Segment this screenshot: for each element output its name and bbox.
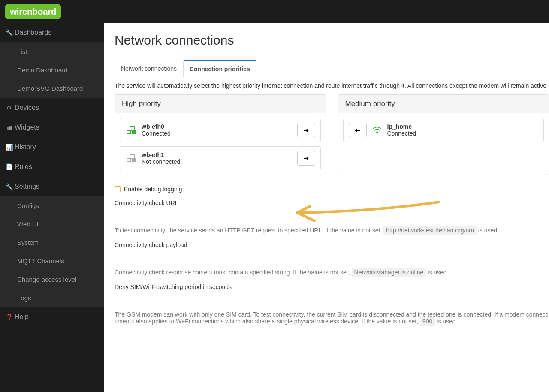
sidebar-label: Widgets bbox=[15, 124, 39, 131]
connection-card: wb-eth1 Not connected ➔ bbox=[120, 146, 321, 170]
sidebar-label: Help bbox=[15, 313, 29, 321]
topbar: wirenboard bbox=[0, 0, 549, 23]
connection-status: Connected bbox=[387, 130, 539, 137]
connection-status: Connected bbox=[142, 130, 295, 137]
arrow-right-icon: ➔ bbox=[303, 154, 309, 163]
wrench-icon: 🔧 bbox=[5, 29, 13, 36]
sidebar: 🔧 Dashboards List Demo Dashboard Demo SV… bbox=[0, 23, 104, 392]
page-title: Network connections bbox=[115, 33, 549, 48]
sidebar-item-access[interactable]: Change access level bbox=[0, 270, 104, 289]
priority-high-title: High priority bbox=[115, 95, 326, 113]
payload-input[interactable] bbox=[115, 251, 549, 266]
connection-card: wb-eth0 Connected ➔ bbox=[120, 118, 321, 142]
code-chip: http://network-test.debian.org/nm bbox=[383, 226, 477, 235]
sidebar-widgets[interactable]: ▦ Widgets bbox=[0, 118, 104, 137]
sidebar-label: History bbox=[15, 143, 36, 151]
payload-help: Connectivity check response content must… bbox=[115, 269, 549, 276]
sidebar-item-demo-dashboard[interactable]: Demo Dashboard bbox=[0, 61, 104, 79]
arrow-right-icon: ➔ bbox=[303, 126, 309, 134]
move-right-button[interactable]: ➔ bbox=[297, 151, 315, 166]
tabs: Network connections Connection prioritie… bbox=[115, 60, 549, 77]
url-help: To test connectivity, the service sends … bbox=[115, 227, 549, 234]
sidebar-devices[interactable]: ⚙ Devices bbox=[0, 98, 104, 118]
tab-network-connections[interactable]: Network connections bbox=[115, 60, 183, 77]
connection-card: ➔ lp_home Connected bbox=[343, 118, 544, 142]
connection-name: lp_home bbox=[387, 123, 539, 130]
sidebar-label: Settings bbox=[15, 183, 39, 190]
sidebar-settings[interactable]: 🔧 Settings bbox=[0, 177, 104, 196]
question-icon: ❓ bbox=[5, 314, 13, 320]
sidebar-item-system[interactable]: System bbox=[0, 233, 104, 252]
wrench-icon: 🔧 bbox=[5, 183, 13, 190]
sidebar-label: Devices bbox=[15, 104, 39, 112]
move-right-button[interactable]: ➔ bbox=[297, 123, 315, 137]
sidebar-rules[interactable]: 📄 Rules bbox=[0, 157, 104, 177]
sidebar-label: Rules bbox=[15, 163, 32, 171]
code-chip: NetworkManager is online bbox=[352, 268, 426, 277]
sidebar-history[interactable]: 📊 History bbox=[0, 137, 104, 157]
tab-connection-priorities[interactable]: Connection priorities bbox=[183, 60, 256, 77]
priority-high-panel: High priority wb-eth0 Connected ➔ wb-et bbox=[115, 94, 326, 175]
wifi-icon bbox=[371, 126, 383, 134]
connection-status: Not connected bbox=[142, 158, 295, 165]
sidebar-dashboards[interactable]: 🔧 Dashboards bbox=[0, 23, 104, 42]
file-icon: 📄 bbox=[5, 163, 13, 170]
payload-label: Connectivity check payload bbox=[115, 241, 549, 248]
priority-medium-panel: Medium priority ➔ lp_home Connected bbox=[338, 94, 549, 175]
sidebar-item-webui[interactable]: Web UI bbox=[0, 215, 104, 233]
connection-name: wb-eth0 bbox=[142, 123, 295, 130]
enable-debug-label: Enable debug logging bbox=[124, 186, 182, 193]
priority-medium-title: Medium priority bbox=[338, 95, 549, 113]
brand-logo[interactable]: wirenboard bbox=[5, 4, 61, 19]
sidebar-item-demo-svg[interactable]: Demo SVG Dashboard bbox=[0, 79, 104, 98]
connection-name: wb-eth1 bbox=[142, 151, 295, 158]
url-input[interactable] bbox=[115, 209, 549, 224]
sidebar-item-logs[interactable]: Logs bbox=[0, 289, 104, 307]
list-icon: ▦ bbox=[5, 124, 13, 131]
sidebar-help[interactable]: ❓ Help bbox=[0, 307, 104, 327]
svg-point-0 bbox=[376, 131, 378, 133]
ethernet-icon bbox=[125, 126, 137, 134]
deny-help: The GSM modem can work with only one SIM… bbox=[115, 311, 549, 325]
sidebar-label: Dashboards bbox=[15, 29, 51, 36]
url-label: Connectivity check URL bbox=[115, 199, 549, 206]
deny-input[interactable] bbox=[115, 293, 549, 308]
code-chip: 900 bbox=[420, 317, 435, 326]
sidebar-item-configs[interactable]: Configs bbox=[0, 196, 104, 215]
sidebar-item-list[interactable]: List bbox=[0, 42, 104, 61]
move-left-button[interactable]: ➔ bbox=[349, 123, 367, 137]
arrow-left-icon: ➔ bbox=[355, 126, 360, 134]
gear-icon: ⚙ bbox=[5, 104, 13, 111]
enable-debug-checkbox[interactable] bbox=[115, 186, 121, 192]
sidebar-item-mqtt[interactable]: MQTT Channels bbox=[0, 252, 104, 270]
chart-icon: 📊 bbox=[5, 144, 13, 151]
main-content: Network connections Network connections … bbox=[104, 23, 549, 392]
deny-label: Deny SIM/Wi-Fi switching period in secon… bbox=[115, 283, 549, 290]
tab-description: The service will automatically select th… bbox=[115, 82, 549, 89]
enable-debug-row: Enable debug logging bbox=[115, 186, 549, 193]
ethernet-icon bbox=[125, 154, 137, 162]
